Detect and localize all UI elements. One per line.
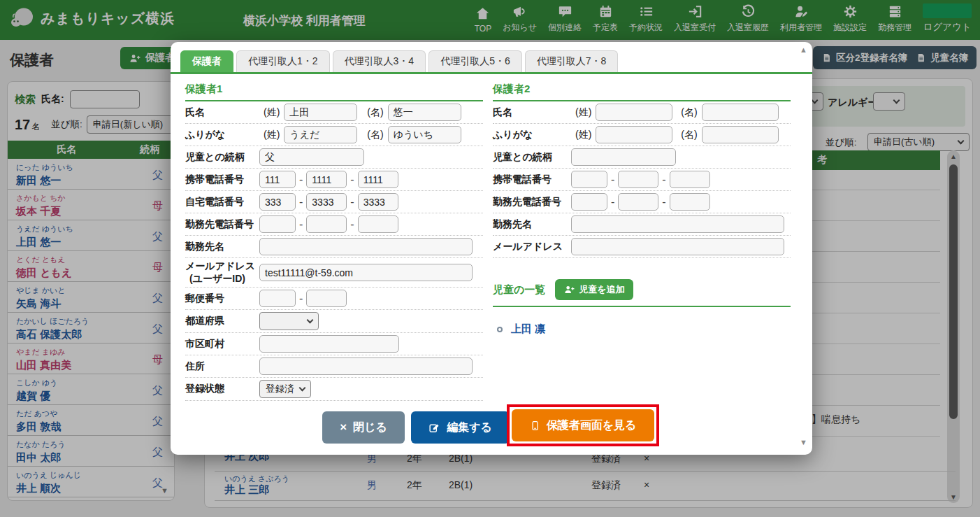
g1-work2-input[interactable] [306,215,347,233]
work-tel-row: 勤務先電話番号 - - [493,191,791,213]
address-row: 住所 [185,355,483,378]
g1-mobile2-input[interactable] [306,171,347,188]
g2-last-kana-input[interactable] [596,126,672,143]
guardian2-section: 保護者2 氏名 (姓) (名) ふりがな (姓) (名) 児童との続柄 携帯電話… [493,83,791,336]
chevron-down-icon [307,316,314,323]
add-child-button[interactable]: 児童を追加 [555,279,633,300]
work-tel-row: 勤務先電話番号 - - [185,213,483,236]
tab-underline [171,72,812,74]
screen: みまもりキッズ横浜 横浜小学校 利用者管理 TOP お知らせ 個別連絡 予定表 [0,0,980,517]
g2-first-name-input[interactable] [702,104,779,121]
email-row: メールアドレス [493,236,791,258]
tab-proxy-1-2[interactable]: 代理引取人1・2 [236,50,330,72]
g1-zip1-input[interactable] [259,290,296,307]
name-row: 氏名 (姓) (名) [185,101,483,124]
relation-row: 児童との続柄 [493,146,791,169]
g1-city-input[interactable] [259,335,399,353]
g1-last-name-input[interactable] [284,104,357,121]
g1-zip2-input[interactable] [306,290,347,307]
g1-last-kana-input[interactable] [284,126,357,143]
person-plus-icon [563,284,575,295]
kana-row: ふりがな (姓) (名) [493,124,791,146]
g1-status-select[interactable]: 登録済 [259,380,311,398]
name-row: 氏名 (姓) (名) [493,101,791,124]
edit-pencil-icon [428,422,440,434]
g2-mobile1-input[interactable] [571,171,607,188]
g1-address-input[interactable] [259,357,473,375]
guardian2-heading: 保護者2 [493,83,791,101]
bullet-icon [497,327,503,332]
mobile-row: 携帯電話番号 - - [493,169,791,191]
guardian-detail-modal: 保護者 代理引取人1・2 代理引取人3・4 代理引取人5・6 代理引取人7・8 … [171,42,812,455]
tab-proxy-5-6[interactable]: 代理引取人5・6 [428,50,522,72]
g1-home3-input[interactable] [358,193,398,211]
g2-relation-input[interactable] [571,148,676,166]
city-row: 市区町村 [185,333,483,355]
kana-row: ふりがな (姓) (名) [185,124,483,146]
g2-workplace-input[interactable] [571,215,784,233]
g1-work1-input[interactable] [259,215,296,233]
mobile-row: 携帯電話番号 - - [185,169,483,191]
g2-last-name-input[interactable] [596,104,672,121]
g1-mobile3-input[interactable] [358,171,398,188]
g1-work3-input[interactable] [358,215,398,233]
g1-prefecture-select[interactable] [259,312,319,330]
close-icon: × [340,420,347,434]
relation-row: 児童との続柄 [185,146,483,169]
children-section-header: 児童の一覧 児童を追加 [493,279,791,307]
modal-tabs: 保護者 代理引取人1・2 代理引取人3・4 代理引取人5・6 代理引取人7・8 [180,50,618,72]
g2-email-input[interactable] [571,238,784,255]
close-button[interactable]: × 閉じる [322,411,405,444]
g1-first-name-input[interactable] [388,104,461,121]
guardian1-heading: 保護者1 [185,83,483,101]
g1-relation-input[interactable] [259,148,364,166]
view-guardian-screen-button[interactable]: 保護者画面を見る [512,409,654,441]
email-row: メールアドレス (ユーザーID) [185,258,483,288]
g2-work3-input[interactable] [670,193,710,211]
tab-guardian[interactable]: 保護者 [180,50,233,72]
g1-home1-input[interactable] [259,193,296,211]
highlight-red-frame: 保護者画面を見る [507,404,659,446]
home-tel-row: 自宅電話番号 - - [185,191,483,213]
g2-mobile2-input[interactable] [618,171,658,188]
prefecture-row: 都道府県 [185,310,483,333]
children-heading: 児童の一覧 [493,283,545,297]
workplace-row: 勤務先名 [493,213,791,236]
workplace-row: 勤務先名 [185,236,483,258]
g2-first-kana-input[interactable] [702,126,779,143]
zip-row: 郵便番号 - [185,288,483,310]
status-row: 登録状態 登録済 [185,378,483,401]
smartphone-icon [530,420,540,432]
g1-mobile1-input[interactable] [259,171,296,188]
chevron-down-icon [299,384,306,391]
g2-work1-input[interactable] [571,193,607,211]
child-list-item: 上田 凛 [497,323,791,336]
g1-home2-input[interactable] [306,193,347,211]
g2-work2-input[interactable] [618,193,658,211]
edit-button[interactable]: 編集する [411,411,510,444]
tab-proxy-3-4[interactable]: 代理引取人3・4 [333,50,426,72]
modal-scroll-up-icon[interactable]: ▲ [800,45,807,54]
child-link[interactable]: 上田 凛 [511,323,545,336]
modal-scroll-down-icon[interactable]: ▼ [800,438,807,446]
g1-workplace-input[interactable] [259,238,473,255]
g1-first-kana-input[interactable] [388,126,461,143]
g1-email-input[interactable] [259,264,473,281]
tab-proxy-7-8[interactable]: 代理引取人7・8 [525,50,619,72]
guardian1-section: 保護者1 氏名 (姓) (名) ふりがな (姓) (名) 児童との続柄 携帯電話… [185,83,483,401]
g2-mobile3-input[interactable] [670,171,710,188]
